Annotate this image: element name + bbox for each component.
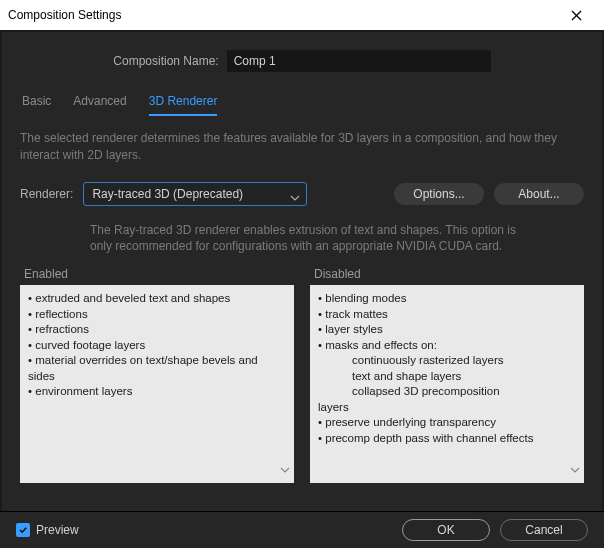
list-item: • reflections bbox=[28, 307, 286, 323]
list-item: • environment layers bbox=[28, 384, 286, 400]
chevron-down-icon bbox=[290, 188, 300, 210]
enabled-panel-box: • extruded and beveled text and shapes •… bbox=[20, 285, 294, 483]
renderer-row: Renderer: Ray-traced 3D (Deprecated) Opt… bbox=[20, 182, 584, 206]
composition-name-row: Composition Name: bbox=[20, 50, 584, 72]
tab-3d-renderer[interactable]: 3D Renderer bbox=[149, 90, 218, 116]
dialog-body: Composition Name: Basic Advanced 3D Rend… bbox=[2, 32, 602, 530]
cancel-button[interactable]: Cancel bbox=[500, 519, 588, 541]
close-icon bbox=[571, 10, 582, 21]
renderer-selected-value: Ray-traced 3D (Deprecated) bbox=[92, 187, 243, 201]
about-button[interactable]: About... bbox=[494, 183, 584, 205]
close-button[interactable] bbox=[556, 0, 596, 30]
list-subitem: text and shape layers bbox=[352, 369, 576, 385]
renderer-select[interactable]: Ray-traced 3D (Deprecated) bbox=[83, 182, 307, 206]
renderer-label: Renderer: bbox=[20, 187, 73, 201]
list-item: • curved footage layers bbox=[28, 338, 286, 354]
list-item: • refractions bbox=[28, 322, 286, 338]
composition-settings-dialog: Composition Settings Composition Name: B… bbox=[0, 0, 604, 548]
list-item: • blending modes bbox=[318, 291, 576, 307]
titlebar: Composition Settings bbox=[0, 0, 604, 30]
renderer-note: The Ray-traced 3D renderer enables extru… bbox=[90, 222, 520, 256]
list-subitem: collapsed 3D precomposition bbox=[352, 384, 576, 400]
list-item: • extruded and beveled text and shapes bbox=[28, 291, 286, 307]
composition-name-label: Composition Name: bbox=[113, 54, 218, 68]
checkbox-box bbox=[16, 523, 30, 537]
tab-advanced[interactable]: Advanced bbox=[73, 90, 126, 116]
preview-checkbox[interactable]: Preview bbox=[16, 523, 79, 537]
tab-basic[interactable]: Basic bbox=[22, 90, 51, 116]
disabled-panel-box: • blending modes • track mattes • layer … bbox=[310, 285, 584, 483]
dialog-footer: Preview OK Cancel bbox=[0, 511, 604, 548]
enabled-panel-title: Enabled bbox=[24, 267, 294, 281]
list-item: • precomp depth pass with channel effect… bbox=[318, 431, 576, 447]
disabled-panel: Disabled • blending modes • track mattes… bbox=[310, 267, 584, 483]
list-item: • layer styles bbox=[318, 322, 576, 338]
scroll-down-icon bbox=[280, 464, 290, 480]
composition-name-input[interactable] bbox=[227, 50, 491, 72]
feature-panels: Enabled • extruded and beveled text and … bbox=[20, 267, 584, 483]
list-item: • track mattes bbox=[318, 307, 576, 323]
list-item: layers bbox=[318, 400, 576, 416]
options-button[interactable]: Options... bbox=[394, 183, 484, 205]
tab-description: The selected renderer determines the fea… bbox=[20, 130, 584, 164]
scroll-down-icon bbox=[570, 464, 580, 480]
list-subitem: continuously rasterized layers bbox=[352, 353, 576, 369]
list-item: • material overrides on text/shape bevel… bbox=[28, 353, 286, 384]
list-item: • masks and effects on: bbox=[318, 338, 576, 354]
window-title: Composition Settings bbox=[8, 8, 556, 22]
enabled-panel: Enabled • extruded and beveled text and … bbox=[20, 267, 294, 483]
preview-label: Preview bbox=[36, 523, 79, 537]
tab-bar: Basic Advanced 3D Renderer bbox=[22, 90, 584, 116]
ok-button[interactable]: OK bbox=[402, 519, 490, 541]
disabled-panel-title: Disabled bbox=[314, 267, 584, 281]
check-icon bbox=[18, 525, 28, 535]
list-item: • preserve underlying transparency bbox=[318, 415, 576, 431]
